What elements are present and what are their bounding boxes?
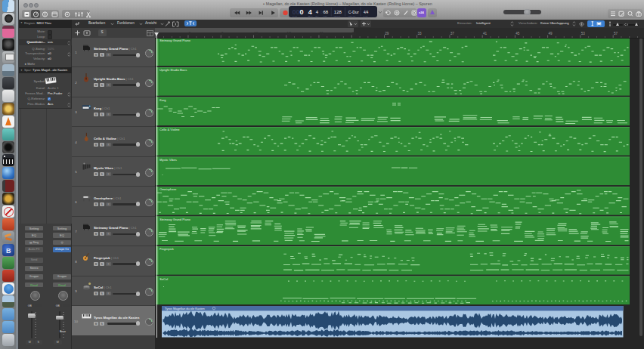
- svg-text:45: 45: [516, 31, 520, 35]
- svg-text:DIV: DIV: [315, 15, 318, 17]
- svg-text:13: 13: [254, 31, 259, 35]
- svg-text:TAKT: TAKT: [293, 15, 297, 17]
- svg-text:53: 53: [581, 31, 586, 35]
- svg-text:Mystic Vibes: Mystic Vibes: [159, 158, 177, 162]
- svg-text:49: 49: [549, 31, 553, 35]
- svg-text:68: 68: [323, 10, 328, 14]
- svg-text:41: 41: [483, 31, 488, 35]
- svg-text:Fingerpick: Fingerpick: [159, 247, 175, 251]
- svg-text:Steinway Grand Piano: Steinway Grand Piano: [159, 218, 190, 221]
- svg-text:17: 17: [287, 31, 292, 35]
- svg-text:TEMPO: TEMPO: [333, 15, 340, 17]
- svg-text:128: 128: [333, 10, 342, 14]
- svg-text:Korg: Korg: [159, 98, 166, 102]
- svg-text:25: 25: [352, 31, 357, 35]
- svg-text:Omnisphere: Omnisphere: [159, 187, 177, 191]
- svg-text:BEAT: BEAT: [308, 15, 313, 17]
- svg-text:TONART: TONART: [348, 15, 355, 17]
- svg-text:Tyros Magellan du ole Kasten: Tyros Magellan du ole Kasten: [165, 307, 205, 310]
- svg-text:C-Dur: C-Dur: [348, 10, 358, 14]
- svg-text:9: 9: [221, 31, 224, 35]
- svg-text:4: 4: [315, 10, 318, 14]
- svg-text:TAKT: TAKT: [363, 15, 367, 17]
- svg-text:21: 21: [320, 31, 324, 35]
- svg-text:5: 5: [189, 31, 191, 35]
- svg-text:TICK: TICK: [323, 15, 327, 17]
- svg-text:Steinway Grand Piano: Steinway Grand Piano: [159, 39, 190, 42]
- svg-text:0: 0: [299, 8, 303, 16]
- svg-text:33: 33: [418, 31, 423, 35]
- svg-text:57: 57: [614, 31, 618, 35]
- svg-text:29: 29: [385, 31, 389, 35]
- svg-text:Cello & Violine: Cello & Violine: [159, 128, 180, 131]
- svg-text:4/4: 4/4: [364, 11, 369, 14]
- svg-text:SoCal: SoCal: [159, 277, 168, 281]
- svg-text:37: 37: [450, 31, 455, 35]
- svg-text:Upright Studio Bass: Upright Studio Bass: [159, 68, 187, 72]
